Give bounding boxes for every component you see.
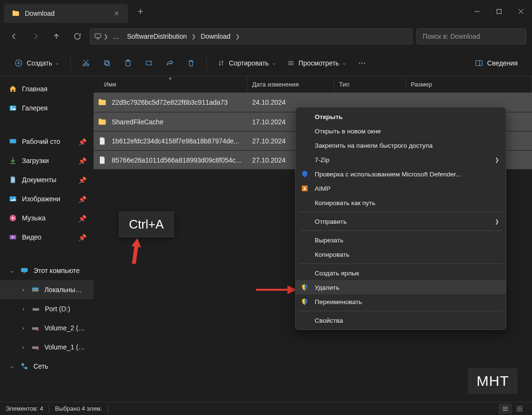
ctx-copy[interactable]: Копировать — [296, 247, 506, 262]
cut-button[interactable] — [76, 55, 96, 72]
chevron-right-icon: ❯ — [104, 33, 108, 40]
chevron-right-icon: ❯ — [495, 157, 499, 163]
shield-uac-icon — [300, 297, 309, 306]
svg-point-28 — [36, 348, 39, 350]
svg-rect-5 — [106, 62, 109, 66]
chevron-down-icon: ⌵ — [9, 268, 15, 274]
copy-button[interactable] — [97, 55, 117, 72]
network-icon — [20, 362, 29, 371]
sidebar-item-videos[interactable]: Видео 📌 — [0, 228, 94, 247]
file-name: SharedFileCache — [112, 118, 247, 126]
tab-download[interactable]: Download — [4, 4, 128, 23]
maximize-button[interactable] — [488, 0, 510, 23]
svg-point-26 — [36, 329, 39, 331]
new-tab-button[interactable] — [132, 3, 149, 20]
sidebar-item-thispc[interactable]: ⌵ Этот компьюте — [0, 261, 94, 280]
share-button[interactable] — [160, 55, 180, 72]
sidebar-item-pictures[interactable]: Изображени 📌 — [0, 189, 94, 208]
sidebar-item-gallery[interactable]: Галерея — [0, 98, 94, 118]
rename-button[interactable] — [139, 55, 159, 72]
ctx-rename[interactable]: Переименовать — [296, 295, 506, 309]
svg-rect-20 — [21, 268, 28, 272]
ctx-cut[interactable]: Вырезать — [296, 233, 506, 247]
svg-rect-0 — [497, 10, 501, 14]
breadcrumb-ellipsis[interactable]: … — [110, 33, 122, 40]
breadcrumb-segment[interactable]: SoftwareDistribution — [124, 33, 190, 40]
refresh-button[interactable] — [69, 28, 86, 45]
ctx-copy-path[interactable]: Копировать как путь — [296, 196, 506, 210]
forward-button[interactable] — [27, 28, 44, 45]
sidebar-item-home[interactable]: Главная — [0, 79, 94, 98]
sidebar-item-vol1[interactable]: › Volume_1 (\\SI — [0, 338, 94, 357]
view-icon — [287, 59, 295, 67]
paste-button[interactable] — [118, 55, 138, 72]
annotation-shortcut: Ctrl+A — [118, 211, 174, 238]
pin-icon: 📌 — [78, 138, 85, 145]
ctx-properties[interactable]: Свойства — [296, 313, 506, 328]
ctx-open-new[interactable]: Открыть в новом окне — [296, 124, 506, 138]
view-details-button[interactable] — [499, 404, 512, 414]
view-button[interactable]: Просмотреть ⌵ — [282, 55, 351, 72]
folder-icon — [97, 117, 107, 127]
plus-circle-icon — [14, 59, 23, 67]
close-icon[interactable] — [113, 10, 120, 17]
desktop-icon — [9, 137, 17, 146]
svg-rect-13 — [476, 60, 482, 66]
svg-rect-23 — [32, 288, 39, 289]
delete-button[interactable] — [181, 55, 201, 72]
folder-icon — [11, 9, 20, 18]
sidebar-item-documents[interactable]: Документы 📌 — [0, 170, 94, 189]
minimize-button[interactable] — [466, 0, 488, 23]
file-name: 85766e26a1011d566a818993d09c8f054c... — [112, 156, 247, 164]
ctx-pin[interactable]: Закрепить на панели быстрого доступа — [296, 138, 506, 153]
pin-icon: 📌 — [78, 215, 85, 221]
column-headers: ▲ Имя Дата изменения Тип Размер — [94, 76, 532, 93]
sort-indicator-icon: ▲ — [168, 76, 172, 80]
sidebar-item-port[interactable]: › Port (D:) — [0, 299, 94, 318]
more-button[interactable] — [352, 55, 372, 72]
chevron-right-icon: › — [20, 344, 26, 350]
close-window-button[interactable] — [510, 0, 532, 23]
chevron-right-icon: › — [20, 306, 27, 312]
shield-icon — [300, 170, 309, 178]
ctx-open[interactable]: Открыть — [296, 109, 506, 124]
ctx-7zip[interactable]: 7-Zip❯ — [296, 153, 506, 167]
pin-icon: 📌 — [78, 234, 85, 240]
status-items: Элементов: 4 — [6, 405, 43, 412]
svg-rect-22 — [32, 289, 39, 292]
ctx-delete[interactable]: Удалить — [296, 280, 506, 295]
column-name[interactable]: ▲ Имя — [94, 76, 247, 92]
column-date[interactable]: Дата изменения — [247, 76, 334, 92]
chevron-right-icon: ❯ — [495, 218, 499, 225]
search-input[interactable]: Поиск в: Download — [416, 28, 526, 44]
chevron-down-icon: ⌵ — [273, 60, 276, 66]
file-icon — [97, 136, 107, 146]
create-button[interactable]: Создать ⌵ — [9, 55, 64, 72]
breadcrumb-segment[interactable]: Download — [198, 33, 233, 40]
ctx-aimp[interactable]: AIMP — [296, 181, 506, 196]
file-name: 22d9c7926bc5d72e822f6b3c911ada73 — [112, 98, 247, 106]
sort-button[interactable]: Сортировать ⌵ — [213, 55, 280, 72]
ctx-defender[interactable]: Проверка с использованием Microsoft Defe… — [296, 167, 506, 181]
file-date: 24.10.2024 — [247, 98, 334, 106]
column-size[interactable]: Размер — [406, 76, 532, 92]
sidebar-item-desktop[interactable]: Рабочий сто 📌 — [0, 132, 94, 151]
back-button[interactable] — [6, 28, 23, 45]
svg-rect-29 — [21, 363, 24, 366]
breadcrumb[interactable]: ❯ … SoftwareDistribution ❯ Download ❯ — [90, 28, 413, 44]
ctx-shortcut[interactable]: Создать ярлык — [296, 266, 506, 280]
sidebar-item-localdisk[interactable]: › Локальный ди — [0, 280, 94, 299]
details-pane-button[interactable]: Сведения — [469, 55, 523, 72]
chevron-down-icon: ⌵ — [343, 60, 346, 66]
sidebar-item-vol2[interactable]: › Volume_2 (\\SI — [0, 318, 94, 338]
status-bar: Элементов: 4 Выбрано 4 элем. — [0, 402, 532, 415]
drive-icon — [31, 285, 40, 294]
computer-icon — [20, 266, 29, 275]
view-large-button[interactable] — [513, 404, 526, 414]
sidebar-item-music[interactable]: Музыка 📌 — [0, 208, 94, 228]
ctx-send-to[interactable]: Отправить❯ — [296, 214, 506, 229]
column-type[interactable]: Тип — [334, 76, 406, 92]
sidebar-item-network[interactable]: ⌵ Сеть — [0, 357, 94, 376]
sidebar-item-downloads[interactable]: Загрузки 📌 — [0, 151, 94, 170]
up-button[interactable] — [48, 28, 65, 45]
